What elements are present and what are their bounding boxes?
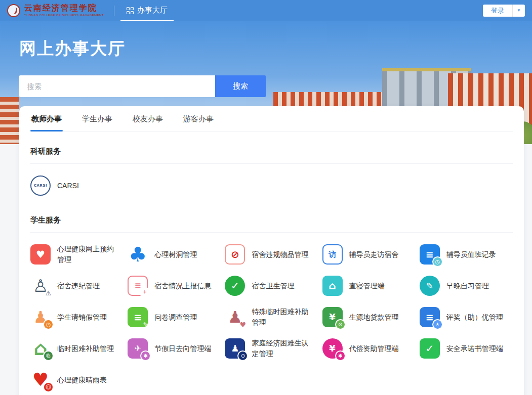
school-name-en: YUNNAN COLLEGE OF BUSINESS MANAGEMENT bbox=[24, 14, 104, 17]
service-label: 安全承诺书管理端 bbox=[446, 343, 503, 354]
service-grid: ♥ 心理健康网上预约管理 ♣ 心理树洞管理 ⊘ 宿舍违规物品管理 访 辅导员走访… bbox=[30, 233, 513, 394]
service-item[interactable]: ♟ ⊙ 家庭经济困难生认定管理 bbox=[225, 337, 318, 360]
service-item[interactable]: ♙ ⚠ 宿舍违纪管理 bbox=[30, 274, 124, 297]
service-label: 问卷调查管理 bbox=[154, 312, 197, 323]
search-button[interactable]: 搜索 bbox=[215, 75, 266, 97]
subsidy-house-icon: ⌂ 临 bbox=[30, 338, 51, 359]
service-item[interactable]: ≡ ✈ 宿舍情况上报信息 bbox=[128, 274, 221, 297]
campus-photo-building-left bbox=[0, 97, 19, 144]
house-visit-icon: 访 bbox=[322, 244, 343, 265]
tab-1[interactable]: 学生办事 bbox=[81, 106, 113, 131]
service-label: 生源地贷款管理 bbox=[349, 312, 399, 323]
login-label[interactable]: 登录 bbox=[483, 5, 512, 17]
service-label: 家庭经济困难生认定管理 bbox=[252, 338, 312, 359]
services-card: 教师办事 学生办事 校友办事 游客办事 科研服务 CARSI CARSI 学生服… bbox=[19, 106, 524, 395]
holiday-calendar-icon: ✈ ✱ bbox=[128, 338, 148, 359]
award-list-icon: ≡ ★ bbox=[420, 307, 440, 327]
loan-moneybag-icon: ¥ ⊙ bbox=[322, 307, 343, 327]
service-item[interactable]: ⌂ 临 临时困难补助管理 bbox=[30, 337, 124, 360]
report-document-icon: ≡ ✈ bbox=[128, 276, 148, 296]
student-warning-icon: ♙ ⚠ bbox=[30, 276, 51, 296]
dorm-check-window-icon: ⌂ bbox=[322, 276, 343, 296]
service-item[interactable]: CARSI CARSI bbox=[30, 174, 124, 197]
school-name: 云南经济管理学院 bbox=[24, 4, 104, 13]
school-seal-icon bbox=[7, 4, 20, 17]
shield-check-icon: ✓ bbox=[420, 338, 440, 359]
survey-clipboard-icon: ≡ ✎ bbox=[128, 307, 148, 327]
service-label: 特殊临时困难补助管理 bbox=[252, 306, 312, 328]
study-pencil-icon: ✎ bbox=[420, 276, 440, 296]
service-item[interactable]: ✓ 宿舍卫生管理 bbox=[225, 274, 318, 297]
service-section: 学生服务 ♥ 心理健康网上预约管理 ♣ 心理树洞管理 ⊘ 宿舍违规物品管理 访 … bbox=[30, 200, 513, 394]
sections: 科研服务 CARSI CARSI 学生服务 ♥ 心理健康网上预约管理 ♣ 心理树… bbox=[30, 131, 513, 394]
service-label: 早晚自习管理 bbox=[446, 281, 489, 291]
heart-icon: ♥ bbox=[30, 244, 51, 265]
service-item[interactable]: ✈ ✱ 节假日去向管理端 bbox=[128, 337, 221, 360]
service-label: 辅导员走访宿舍 bbox=[349, 249, 399, 260]
service-item[interactable]: ¥ ✱ 代偿资助管理端 bbox=[322, 337, 416, 360]
service-item[interactable]: ≡ ✎ 问卷调查管理 bbox=[128, 305, 221, 329]
service-label: CARSI bbox=[57, 181, 79, 191]
service-label: 评奖（助）优管理 bbox=[446, 312, 503, 323]
service-item[interactable]: ♣ 心理树洞管理 bbox=[128, 243, 221, 266]
carsi-globe-icon: CARSI bbox=[30, 175, 51, 196]
section-title: 学生服务 bbox=[30, 200, 513, 232]
heart-barometer-icon: ♥ ☺ bbox=[30, 370, 51, 390]
service-item[interactable]: ♟ ♥ 特殊临时困难补助管理 bbox=[225, 305, 318, 329]
school-logo-text: 云南经济管理学院 YUNNAN COLLEGE OF BUSINESS MANA… bbox=[24, 4, 104, 17]
service-item[interactable]: 访 辅导员走访宿舍 bbox=[322, 243, 416, 266]
tab-3[interactable]: 游客办事 bbox=[182, 106, 215, 131]
service-item[interactable]: ¥ ⊙ 生源地贷款管理 bbox=[322, 305, 416, 329]
duty-log-icon: ≡ ◷ bbox=[420, 244, 440, 265]
service-item[interactable]: ♥ 心理健康网上预约管理 bbox=[30, 243, 124, 266]
tab-2[interactable]: 校友办事 bbox=[132, 106, 164, 131]
service-label: 宿舍情况上报信息 bbox=[154, 281, 211, 291]
hygiene-check-icon: ✓ bbox=[225, 276, 245, 296]
service-label: 宿舍违纪管理 bbox=[57, 281, 100, 291]
nav-tab-service-hall[interactable]: 办事大厅 bbox=[125, 0, 170, 21]
top-navbar: 云南经济管理学院 YUNNAN COLLEGE OF BUSINESS MANA… bbox=[0, 0, 532, 21]
tab-label: 校友办事 bbox=[133, 114, 163, 123]
search-bar: 搜索 bbox=[19, 75, 532, 97]
tree-icon: ♣ bbox=[128, 244, 148, 265]
people-heart-icon: ♟ ♥ bbox=[225, 307, 245, 327]
service-label: 心理健康网上预约管理 bbox=[57, 244, 118, 265]
search-input[interactable] bbox=[19, 75, 215, 97]
service-label: 心理健康晴雨表 bbox=[57, 375, 107, 385]
caret-down-icon[interactable]: ▼ bbox=[512, 5, 525, 17]
service-item[interactable]: ≡ ★ 评奖（助）优管理 bbox=[420, 305, 513, 329]
service-item[interactable]: ✎ 早晚自习管理 bbox=[420, 274, 513, 297]
tabs: 教师办事 学生办事 校友办事 游客办事 bbox=[30, 106, 513, 131]
service-label: 临时困难补助管理 bbox=[57, 343, 114, 354]
school-logo[interactable]: 云南经济管理学院 YUNNAN COLLEGE OF BUSINESS MANA… bbox=[7, 4, 104, 17]
page-title: 网上办事大厅 bbox=[19, 37, 532, 60]
compensation-moneybag-icon: ¥ ✱ bbox=[322, 338, 343, 359]
family-id-card-icon: ♟ ⊙ bbox=[225, 338, 245, 359]
section-title: 科研服务 bbox=[30, 131, 513, 163]
tab-label: 游客办事 bbox=[183, 114, 214, 123]
leave-clock-person-icon: ♟ ◷ bbox=[30, 307, 51, 327]
service-item[interactable]: ≡ ◷ 辅导员值班记录 bbox=[420, 243, 513, 266]
service-section: 科研服务 CARSI CARSI bbox=[30, 131, 513, 200]
prohibited-box-icon: ⊘ bbox=[225, 244, 245, 265]
login-button[interactable]: 登录 ▼ bbox=[483, 5, 525, 17]
service-item[interactable]: ⊘ 宿舍违规物品管理 bbox=[225, 243, 318, 266]
tab-label: 学生办事 bbox=[82, 114, 112, 123]
service-item[interactable]: ♥ ☺ 心理健康晴雨表 bbox=[30, 368, 124, 391]
service-item[interactable]: ⌂ 查寝管理端 bbox=[322, 274, 416, 297]
navbar-divider bbox=[114, 6, 114, 16]
nav-tab-label: 办事大厅 bbox=[137, 6, 168, 15]
service-label: 查寝管理端 bbox=[349, 281, 385, 291]
tab-label: 教师办事 bbox=[31, 114, 62, 123]
service-item[interactable]: ✓ 安全承诺书管理端 bbox=[420, 337, 513, 360]
hero-content: 网上办事大厅 搜索 bbox=[0, 21, 532, 97]
tab-0[interactable]: 教师办事 bbox=[30, 106, 63, 131]
service-label: 节假日去向管理端 bbox=[154, 343, 211, 354]
service-label: 心理树洞管理 bbox=[154, 249, 197, 260]
service-label: 宿舍违规物品管理 bbox=[252, 249, 308, 260]
service-label: 宿舍卫生管理 bbox=[252, 281, 294, 291]
service-label: 学生请销假管理 bbox=[57, 312, 107, 323]
service-item[interactable]: ♟ ◷ 学生请销假管理 bbox=[30, 305, 124, 329]
apps-grid-icon bbox=[127, 7, 134, 14]
service-label: 代偿资助管理端 bbox=[349, 343, 399, 354]
